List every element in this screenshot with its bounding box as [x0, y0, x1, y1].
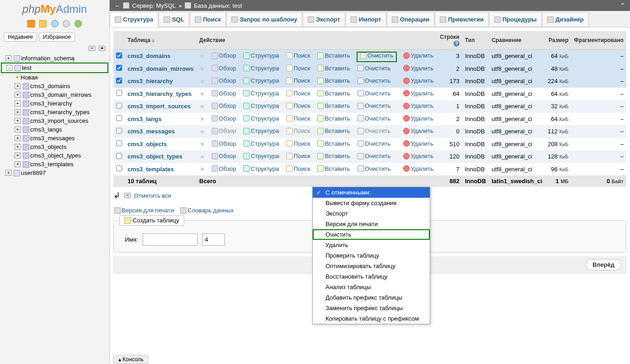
col-rows[interactable]: Строки? — [437, 31, 462, 50]
structure-link[interactable]: Структура — [242, 153, 280, 159]
search-link[interactable]: Поиск — [285, 90, 311, 97]
row-checkbox[interactable] — [116, 128, 122, 134]
structure-link[interactable]: Структура — [242, 77, 280, 84]
tree-item-cms3_domain_mirrows[interactable]: + cms3_domain_mirrows — [1, 90, 108, 99]
tree-item-cms3_object_types[interactable]: + cms3_object_types — [1, 151, 108, 160]
dropdown-option[interactable]: Оптимизировать таблицу — [313, 261, 430, 271]
insert-link[interactable]: Вставить — [316, 153, 351, 159]
browse-link[interactable]: Обзор — [211, 127, 237, 134]
dropdown-option[interactable]: С отмеченными: — [313, 187, 430, 198]
browse-link[interactable]: Обзор — [211, 115, 237, 122]
table-name-link[interactable]: cms3_domains — [128, 53, 171, 59]
drop-link[interactable]: Удалить — [402, 77, 434, 84]
dropdown-option[interactable]: Копировать таблицу с префиксом — [313, 313, 430, 324]
drop-link[interactable]: Удалить — [402, 127, 434, 134]
expand-icon[interactable]: + — [5, 170, 11, 176]
col-table[interactable]: Таблица ▴ — [125, 31, 197, 50]
tab-Поиск[interactable]: Поиск — [190, 12, 226, 27]
search-link[interactable]: Поиск — [285, 77, 311, 84]
browse-link[interactable]: Обзор — [211, 77, 237, 84]
tree-item-cms3_templates[interactable]: + cms3_templates — [1, 160, 108, 169]
drop-link[interactable]: Удалить — [402, 153, 434, 159]
table-name-link[interactable]: cms3_import_sources — [128, 103, 191, 110]
insert-link[interactable]: Вставить — [316, 52, 351, 59]
dropdown-option[interactable]: Экспорт — [313, 208, 430, 219]
insert-link[interactable]: Вставить — [316, 90, 351, 97]
tab-Импорт[interactable]: Импорт — [346, 12, 386, 27]
table-name-link[interactable]: cms3_messages — [128, 128, 175, 135]
drop-link[interactable]: Удалить — [402, 165, 434, 172]
dropdown-option[interactable]: Заменить префикс таблицы — [313, 303, 430, 313]
go-button[interactable]: Вперёд — [586, 259, 621, 270]
logout-icon[interactable] — [39, 20, 47, 27]
check-all-link[interactable]: Отметить все — [134, 192, 171, 199]
search-link[interactable]: Поиск — [285, 127, 311, 134]
empty-link[interactable]: Очистить — [357, 77, 392, 84]
table-name-link[interactable]: cms3_templates — [128, 166, 174, 173]
insert-link[interactable]: Вставить — [316, 127, 351, 134]
expand-icon[interactable]: + — [15, 100, 21, 106]
tab-Процедуры[interactable]: Процедуры — [489, 12, 542, 27]
row-checkbox[interactable] — [116, 153, 122, 159]
structure-link[interactable]: Структура — [242, 165, 280, 172]
empty-link[interactable]: Очистить — [357, 127, 392, 134]
favorite-tab[interactable]: Избранное — [39, 32, 75, 42]
uncheck-icon[interactable]: − — [124, 193, 131, 198]
favorite-star-icon[interactable]: ★ — [199, 128, 205, 135]
expand-icon[interactable]: + — [15, 109, 21, 115]
tab-Привилегии[interactable]: Привилегии — [435, 12, 489, 27]
row-checkbox[interactable] — [116, 90, 122, 96]
collapse-top-icon[interactable]: ⌃ — [620, 2, 625, 9]
dropdown-option[interactable]: Вывести форму создания — [313, 198, 430, 208]
tab-Структура[interactable]: Структура — [110, 12, 158, 27]
browse-link[interactable]: Обзор — [211, 52, 237, 59]
favorite-star-icon[interactable]: ★ — [199, 53, 205, 60]
row-checkbox[interactable] — [116, 53, 122, 58]
favorite-star-icon[interactable]: ★ — [199, 165, 205, 173]
browse-link[interactable]: Обзор — [211, 165, 237, 172]
console-toggle[interactable]: ▴Консоль — [113, 355, 149, 364]
browse-link[interactable]: Обзор — [211, 102, 237, 109]
data-dictionary-link[interactable]: Словарь данных — [179, 207, 235, 214]
expand-icon[interactable]: + — [15, 135, 21, 141]
empty-link[interactable]: Очистить — [357, 90, 392, 97]
link-icon[interactable]: ⚭ — [98, 46, 106, 51]
table-name-link[interactable]: cms3_hierarchy_types — [128, 90, 192, 97]
docs-icon[interactable] — [51, 20, 59, 27]
table-name-link[interactable]: cms3_langs — [128, 116, 161, 122]
tab-Экспорт[interactable]: Экспорт — [303, 12, 345, 27]
tree-item-cms3_langs[interactable]: + cms3_langs — [1, 125, 108, 134]
row-checkbox[interactable] — [116, 115, 122, 121]
drop-link[interactable]: Удалить — [402, 140, 434, 147]
expand-icon[interactable]: + — [15, 144, 21, 150]
table-name-link[interactable]: cms3_object_types — [128, 153, 182, 160]
dropdown-option[interactable]: Удалить — [313, 240, 430, 250]
dropdown-option[interactable]: Очистить — [313, 229, 430, 240]
dropdown-option[interactable]: Проверить таблицу — [313, 250, 430, 261]
tree-item-cms3_messages[interactable]: + cms3_messages — [1, 134, 108, 142]
table-name-link[interactable]: cms3_domain_mirrows — [128, 65, 194, 72]
collapse-all-icon[interactable]: − — [88, 46, 96, 51]
expand-icon[interactable]: + — [15, 161, 21, 167]
breadcrumb-server[interactable]: Сервер: MySQL — [132, 2, 176, 9]
col-size[interactable]: Размер — [545, 31, 571, 50]
row-checkbox[interactable] — [116, 78, 122, 84]
drop-link[interactable]: Удалить — [402, 102, 434, 109]
tree-item-information_schema[interactable]: + information_schema — [1, 54, 108, 63]
expand-icon[interactable]: + — [15, 92, 21, 98]
row-checkbox[interactable] — [116, 103, 122, 109]
dropdown-option[interactable]: Анализ таблицы — [313, 282, 430, 292]
expand-icon[interactable]: - — [6, 65, 12, 71]
favorite-star-icon[interactable]: ★ — [199, 153, 205, 160]
help-icon[interactable]: ? — [454, 41, 459, 47]
col-overhead[interactable]: Фрагментировано — [571, 31, 626, 50]
dropdown-option[interactable]: Восстановить таблицу — [313, 271, 430, 282]
browse-link[interactable]: Обзор — [211, 65, 237, 72]
favorite-star-icon[interactable]: ★ — [199, 103, 205, 110]
search-link[interactable]: Поиск — [285, 65, 311, 72]
insert-link[interactable]: Вставить — [316, 77, 351, 84]
favorite-star-icon[interactable]: ★ — [199, 115, 205, 122]
empty-link[interactable]: Очистить — [357, 140, 392, 147]
drop-link[interactable]: Удалить — [402, 115, 434, 122]
structure-link[interactable]: Структура — [242, 90, 280, 97]
